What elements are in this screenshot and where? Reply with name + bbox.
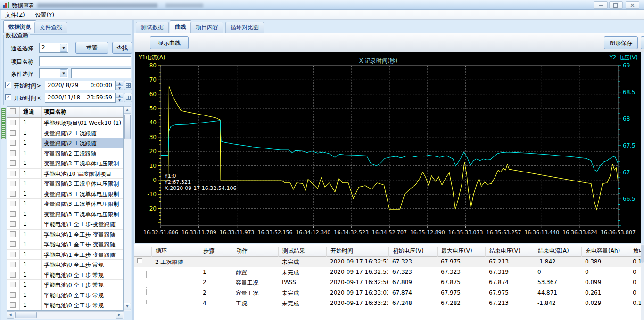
- start-before-datetime[interactable]: 2020/11/18 23:59:59: [45, 93, 116, 103]
- column-header[interactable]: 结束电流(A): [534, 247, 581, 257]
- row-checkbox[interactable]: [10, 252, 16, 257]
- row-project-name[interactable]: 孚能电池\1 全工步-变量跟随: [42, 230, 123, 239]
- project-row[interactable]: 1变量跟随\3 工况单体电压限制: [7, 158, 123, 169]
- row-checkbox[interactable]: [10, 231, 16, 237]
- tree-collapse-toggle[interactable]: -: [137, 258, 142, 263]
- project-row[interactable]: 1孚能现场项目\01 Week10 (1): [7, 118, 123, 128]
- row-project-name[interactable]: 变量跟随\3 工况单体电压限制: [42, 158, 123, 168]
- row-checkbox[interactable]: [10, 282, 16, 287]
- scroll-down-icon[interactable]: ▼: [124, 303, 131, 310]
- row-checkbox[interactable]: [10, 140, 16, 146]
- show-curve-button[interactable]: 显示曲线: [150, 36, 189, 49]
- row-checkbox[interactable]: [10, 181, 16, 186]
- start-after-calendar-button[interactable]: [124, 81, 132, 90]
- project-row[interactable]: 1孚能电池\0 全工步 常规: [7, 270, 123, 280]
- row-project-name[interactable]: 孚能电池\0 全工步 常规: [42, 260, 123, 270]
- project-row[interactable]: 1变量跟随\3 工况单体电压限制: [7, 199, 123, 209]
- result-row[interactable]: 2容量工况PASS2020-09-17 16:32:5667.80967.875…: [134, 278, 641, 288]
- curve-settings-button-clipped[interactable]: 曲: [641, 36, 644, 49]
- row-project-name[interactable]: 孚能电池\1 全工步-变量跟随: [42, 239, 123, 249]
- row-project-name[interactable]: 变量跟随\2 工况跟随: [42, 138, 123, 148]
- search-button[interactable]: 查找: [112, 42, 132, 54]
- column-header[interactable]: 步骤: [199, 247, 232, 257]
- tab-file-search[interactable]: 文件查找: [34, 22, 67, 33]
- project-row[interactable]: 1孚能电池\1 全工步-变量跟随: [7, 219, 123, 230]
- row-project-name[interactable]: 变量跟随\3 工况单体电压限制: [42, 189, 123, 199]
- project-row[interactable]: 1孚能电池\0 全工步 常规: [7, 260, 123, 270]
- column-header[interactable]: 测试结果: [278, 247, 326, 257]
- project-row[interactable]: 1变量跟随\2 工况跟随: [7, 138, 123, 148]
- project-row[interactable]: 1变量跟随\2 工况跟随: [7, 148, 123, 159]
- start-before-calendar-button[interactable]: [124, 93, 132, 102]
- result-row[interactable]: -2 工况跟随未完成2020-09-17 16:32:5167.32367.97…: [134, 257, 641, 267]
- row-project-name[interactable]: 孚能现场项目\01 Week10 (1): [42, 118, 123, 128]
- column-header[interactable]: 开始时间: [326, 247, 388, 257]
- start-before-spinner[interactable]: ▲▼: [116, 93, 123, 102]
- menu-settings[interactable]: 设置(Y): [31, 10, 58, 20]
- restore-button[interactable]: [609, 1, 623, 9]
- row-checkbox[interactable]: [10, 221, 16, 227]
- column-header[interactable]: 结束电压(V): [485, 247, 534, 257]
- result-row[interactable]: 4工况未完成2020-09-17 16:33:2367.24867.28267.…: [134, 298, 641, 309]
- row-checkbox[interactable]: [10, 120, 16, 125]
- close-button[interactable]: ×: [626, 1, 639, 9]
- row-project-name[interactable]: 孚能电池\10 温度限制项目: [42, 169, 123, 179]
- row-checkbox[interactable]: [10, 241, 16, 247]
- row-checkbox[interactable]: [10, 272, 16, 278]
- scroll-right-icon[interactable]: ▶: [116, 311, 123, 319]
- select-all-checkbox[interactable]: [10, 108, 16, 114]
- project-row[interactable]: 1孚能电池\0 全工步 常规: [7, 300, 123, 311]
- row-project-name[interactable]: 孚能电池\0 全工步 常规: [42, 300, 123, 310]
- project-row[interactable]: 1变量跟随\3 工况单体电压限制: [7, 209, 123, 220]
- row-checkbox[interactable]: [10, 201, 16, 206]
- project-list-hscrollbar[interactable]: ◀ ▶: [7, 311, 124, 319]
- vscroll-thumb[interactable]: [124, 115, 131, 139]
- project-row[interactable]: 1孚能电池\1 全工步-变量跟随: [7, 250, 123, 260]
- project-list-vscrollbar[interactable]: ▲ ▼: [124, 106, 131, 311]
- project-row[interactable]: 1变量跟随\2 工况跟随: [7, 128, 123, 139]
- row-checkbox[interactable]: [10, 171, 16, 176]
- row-project-name[interactable]: 孚能电池\1 全工步-变量跟随: [42, 219, 123, 229]
- column-header[interactable]: 初始电压(V): [388, 247, 437, 257]
- tab-data-browse[interactable]: 数据浏览: [3, 20, 36, 33]
- row-project-name[interactable]: 孚能电池\0 全工步 常规: [42, 280, 123, 290]
- row-project-name[interactable]: 孚能电池\1 全工步-变量跟随: [42, 250, 123, 260]
- project-row[interactable]: 1变量跟随\3 工况单体电压限制: [7, 179, 123, 189]
- row-drag-grip[interactable]: [1, 108, 6, 139]
- row-project-name[interactable]: 孚能电池\0 全工步 常规: [42, 270, 123, 280]
- chevron-down-icon[interactable]: ▼: [60, 44, 67, 52]
- project-row[interactable]: 1变量跟随\3 工况单体电压限制: [7, 189, 123, 199]
- column-header[interactable]: 充电容量(Ah): [581, 247, 629, 257]
- scroll-left-icon[interactable]: ◀: [7, 311, 14, 319]
- row-project-name[interactable]: 变量跟随\3 工况单体电压限制: [42, 179, 123, 189]
- row-checkbox[interactable]: [10, 150, 16, 156]
- minimize-button[interactable]: [594, 1, 608, 9]
- menu-file[interactable]: 文件(Z): [1, 10, 29, 20]
- project-name-input[interactable]: [39, 56, 131, 66]
- row-project-name[interactable]: 变量跟随\2 工况跟随: [42, 148, 123, 158]
- column-header[interactable]: 最大电压(V): [437, 247, 485, 257]
- start-before-checkbox[interactable]: ✓: [5, 94, 11, 100]
- result-row[interactable]: 2容量工况未完成2020-09-17 16:33:0367.87467.9756…: [134, 288, 641, 298]
- hscroll-thumb[interactable]: [15, 312, 37, 318]
- row-project-name[interactable]: 变量跟随\2 工况跟随: [42, 128, 123, 138]
- column-header[interactable]: 动作: [232, 247, 278, 257]
- chart-canvas[interactable]: 80706050403020100-10-206968.56867.56766.…: [135, 52, 641, 243]
- start-after-datetime[interactable]: 2020/ 8/29 0:00:00: [45, 81, 116, 90]
- condition-value-input[interactable]: [71, 68, 131, 78]
- row-project-name[interactable]: 变量跟随\3 工况单体电压限制: [42, 199, 123, 209]
- row-checkbox[interactable]: [10, 292, 16, 298]
- save-graph-button[interactable]: 图形保存: [604, 36, 638, 49]
- result-row[interactable]: 1静置未完成2020-09-17 16:32:5167.32367.32367.…: [134, 267, 641, 278]
- row-checkbox[interactable]: [10, 130, 16, 136]
- condition-select-combo[interactable]: ▼: [39, 68, 68, 78]
- vscroll-thumb[interactable]: [641, 245, 644, 263]
- row-checkbox[interactable]: [10, 160, 16, 166]
- row-checkbox[interactable]: [10, 302, 16, 308]
- tab-test-data[interactable]: 测试数据: [136, 22, 169, 33]
- row-project-name[interactable]: 变量跟随\3 工况单体电压限制: [42, 209, 123, 219]
- step-result-vscrollbar[interactable]: [641, 244, 644, 320]
- row-checkbox[interactable]: [10, 191, 16, 197]
- tab-curve[interactable]: 曲线: [170, 20, 191, 33]
- row-checkbox[interactable]: [10, 262, 16, 267]
